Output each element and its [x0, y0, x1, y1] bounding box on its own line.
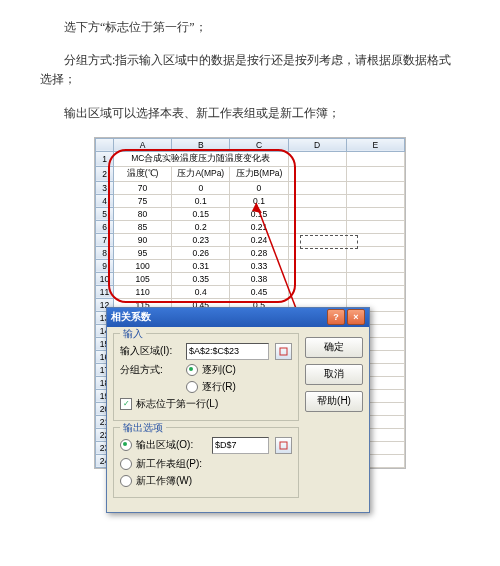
row-header[interactable]: 10 — [96, 272, 114, 285]
cell[interactable]: 0.15 — [230, 207, 288, 220]
paragraph-2: 分组方式:指示输入区域中的数据是按行还是按列考虑，请根据原数据格式选择； — [40, 51, 460, 89]
col-header[interactable]: E — [346, 138, 404, 151]
row-header[interactable]: 2 — [96, 166, 114, 181]
output-group: 输出选项 输出区域(O): $D$7 新工作表组(P): 新工作簿(W) — [113, 427, 299, 498]
group-row-radio[interactable] — [186, 381, 198, 393]
cell[interactable]: 0 — [172, 181, 230, 194]
cell[interactable]: 80 — [114, 207, 172, 220]
correlation-dialog: 相关系数 ? × 输入 输入区域(I): $A$2:$C$23 分组方式: — [106, 307, 370, 513]
cell[interactable]: 75 — [114, 194, 172, 207]
output-range-radio[interactable] — [120, 439, 132, 451]
cell[interactable]: 0 — [230, 181, 288, 194]
cell[interactable]: 0.1 — [172, 194, 230, 207]
cell[interactable]: 100 — [114, 259, 172, 272]
input-group: 输入 输入区域(I): $A$2:$C$23 分组方式: 逐列(C) — [113, 333, 299, 421]
cell[interactable]: 110 — [114, 285, 172, 298]
cell[interactable]: 0.21 — [230, 220, 288, 233]
ok-button[interactable]: 确定 — [305, 337, 363, 358]
range-picker-icon[interactable] — [275, 437, 292, 454]
dialog-title: 相关系数 — [111, 310, 151, 324]
dialog-titlebar[interactable]: 相关系数 ? × — [107, 308, 369, 327]
cell[interactable]: 0.26 — [172, 246, 230, 259]
output-range-label: 输出区域(O): — [136, 438, 208, 452]
cell[interactable]: 压力B(MPa) — [230, 166, 288, 181]
input-range-label: 输入区域(I): — [120, 344, 182, 358]
cell[interactable]: 0.4 — [172, 285, 230, 298]
cell[interactable]: 0.31 — [172, 259, 230, 272]
row-header[interactable]: 11 — [96, 285, 114, 298]
group-by-label: 分组方式: — [120, 363, 182, 377]
svg-rect-2 — [280, 348, 287, 355]
row-header[interactable]: 9 — [96, 259, 114, 272]
table-title[interactable]: MC合成实验温度压力随温度变化表 — [114, 151, 289, 166]
cell[interactable]: 0.45 — [230, 285, 288, 298]
first-row-checkbox[interactable]: ✓ — [120, 398, 132, 410]
cell[interactable]: 0.15 — [172, 207, 230, 220]
cell[interactable]: 105 — [114, 272, 172, 285]
new-sheet-label: 新工作表组(P): — [136, 457, 202, 471]
row-header[interactable]: 6 — [96, 220, 114, 233]
cell[interactable]: 压力A(MPa) — [172, 166, 230, 181]
screenshot-container: A B C D E 1MC合成实验温度压力随温度变化表 2 温度(℃) 压力A(… — [94, 137, 406, 566]
cell[interactable]: 0.24 — [230, 233, 288, 246]
cancel-button[interactable]: 取消 — [305, 364, 363, 385]
col-header[interactable]: B — [172, 138, 230, 151]
paragraph-3: 输出区域可以选择本表、新工作表组或是新工作簿； — [40, 104, 460, 123]
row-header[interactable]: 4 — [96, 194, 114, 207]
output-range-field[interactable]: $D$7 — [212, 437, 269, 454]
group-col-label: 逐列(C) — [202, 363, 236, 377]
group-col-radio[interactable] — [186, 364, 198, 376]
cell[interactable]: 温度(℃) — [114, 166, 172, 181]
group-row-label: 逐行(R) — [202, 380, 236, 394]
range-picker-icon[interactable] — [275, 343, 292, 360]
row-header[interactable]: 1 — [96, 151, 114, 166]
row-header[interactable]: 3 — [96, 181, 114, 194]
new-book-radio[interactable] — [120, 475, 132, 487]
new-book-label: 新工作簿(W) — [136, 474, 192, 488]
corner-cell[interactable] — [96, 138, 114, 151]
row-header[interactable]: 8 — [96, 246, 114, 259]
col-header[interactable]: A — [114, 138, 172, 151]
input-range-field[interactable]: $A$2:$C$23 — [186, 343, 269, 360]
cell[interactable]: 70 — [114, 181, 172, 194]
col-header[interactable]: D — [288, 138, 346, 151]
close-icon[interactable]: × — [347, 309, 365, 325]
svg-rect-3 — [280, 442, 287, 449]
cell[interactable]: 0.35 — [172, 272, 230, 285]
cell[interactable]: 0.1 — [230, 194, 288, 207]
help-button[interactable]: 帮助(H) — [305, 391, 363, 412]
output-group-label: 输出选项 — [120, 421, 166, 435]
cell[interactable]: 0.23 — [172, 233, 230, 246]
row-header[interactable]: 5 — [96, 207, 114, 220]
cell[interactable]: 90 — [114, 233, 172, 246]
paragraph-1: 选下方“标志位于第一行”； — [40, 18, 460, 37]
input-group-label: 输入 — [120, 327, 146, 341]
row-header[interactable]: 7 — [96, 233, 114, 246]
new-sheet-radio[interactable] — [120, 458, 132, 470]
cell[interactable]: 0.2 — [172, 220, 230, 233]
help-titlebar-button[interactable]: ? — [327, 309, 345, 325]
first-row-label: 标志位于第一行(L) — [136, 397, 218, 411]
col-header[interactable]: C — [230, 138, 288, 151]
cell[interactable]: 0.38 — [230, 272, 288, 285]
cell[interactable]: 0.33 — [230, 259, 288, 272]
cell[interactable]: 0.28 — [230, 246, 288, 259]
cell[interactable]: 85 — [114, 220, 172, 233]
cell[interactable]: 95 — [114, 246, 172, 259]
